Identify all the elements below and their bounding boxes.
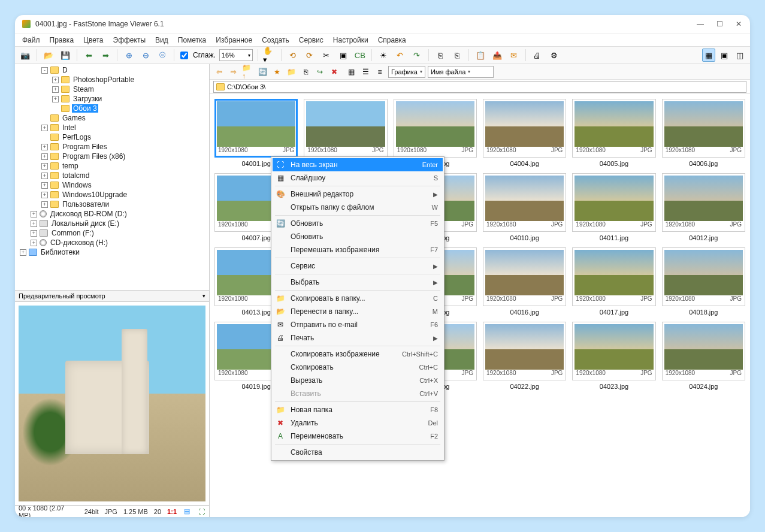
tree-item[interactable]: +Библиотеки	[15, 247, 209, 257]
zoom-combo[interactable]: 16%▾	[219, 49, 253, 61]
zoom-out-icon[interactable]: ⊖	[139, 49, 152, 62]
tree-item[interactable]: Games	[15, 113, 209, 123]
thumbnail[interactable]: 1920x1080JPG04022.jpg	[483, 322, 566, 390]
menu-item[interactable]: Перемешать изображенияF7	[273, 243, 443, 256]
menu-item[interactable]: ✖УдалитьDel	[273, 416, 443, 430]
menu-пометка[interactable]: Пометка	[174, 35, 210, 46]
filter-combo[interactable]: Графика▾	[388, 66, 425, 78]
menu-item[interactable]: 🔄ОбновитьF5	[273, 217, 443, 230]
tree-item[interactable]: +Дисковод BD-ROM (D:)	[15, 209, 209, 219]
menu-item[interactable]: Выбрать▶	[273, 276, 443, 289]
tree-item[interactable]: +CD-дисковод (H:)	[15, 238, 209, 247]
tree-item[interactable]: PerfLogs	[15, 132, 209, 142]
canvas-icon[interactable]: CB	[353, 49, 367, 62]
tree-item[interactable]: +Windows	[15, 180, 209, 190]
menu-цвета[interactable]: Цвета	[80, 35, 107, 46]
fullscreen-status-icon[interactable]: ⛶	[197, 507, 205, 516]
menu-правка[interactable]: Правка	[46, 35, 78, 46]
thumbnail[interactable]: 1920x1080JPG04017.jpg	[572, 247, 655, 316]
menu-item[interactable]: ВырезатьCtrl+X	[273, 374, 443, 387]
hand-icon[interactable]: ✋▾	[263, 49, 276, 62]
move-to-icon[interactable]: 📤	[491, 49, 504, 62]
back-icon[interactable]: ⬅	[82, 49, 95, 62]
settings-icon[interactable]: ⚙	[548, 49, 561, 62]
email-icon[interactable]: ✉	[507, 49, 521, 62]
view-list-icon[interactable]: ☰	[359, 66, 371, 78]
view-thumbnails-icon[interactable]: ▦	[702, 49, 715, 62]
crop-icon[interactable]: ✂	[320, 49, 333, 62]
up-folder-icon[interactable]: 📁↑	[242, 66, 254, 78]
thumbnail[interactable]: 1920x1080JPG04023.jpg	[572, 322, 655, 390]
nav-forward-icon[interactable]: ⇨	[228, 66, 240, 78]
menu-item[interactable]: 📁Скопировать в папку...C	[273, 292, 443, 305]
tree-item[interactable]: +Program Files	[15, 142, 209, 152]
thumbnail[interactable]: 1920x1080JPG04011.jpg	[572, 173, 655, 241]
zoom-actual-icon[interactable]: ⦾	[156, 49, 169, 62]
acquire-icon[interactable]: 📷	[19, 49, 32, 62]
favorites-icon[interactable]: ★	[271, 66, 283, 78]
tree-item[interactable]: +Common (F:)	[15, 228, 209, 238]
preview-image[interactable]	[19, 306, 205, 501]
thumbnail[interactable]: 1920x1080JPG04024.jpg	[662, 322, 745, 390]
refresh-folder-icon[interactable]: 🔄	[256, 66, 268, 78]
tree-item[interactable]: +Загрузки	[15, 94, 209, 104]
path-input[interactable]: C:\D\Обои 3\	[213, 81, 746, 93]
tree-item[interactable]: +temp	[15, 161, 209, 171]
batch-rename-icon[interactable]: ⎘	[450, 49, 464, 62]
menu-вид[interactable]: Вид	[152, 35, 172, 46]
copy-to-icon[interactable]: 📋	[474, 49, 487, 62]
copy-folder-icon[interactable]: ⎘	[300, 66, 312, 78]
menu-item[interactable]: Свойства	[273, 446, 443, 459]
print-icon[interactable]: 🖨	[531, 49, 544, 62]
tree-item[interactable]: +Program Files (x86)	[15, 152, 209, 161]
sort-combo[interactable]: Имя файла▾	[428, 66, 494, 78]
thumbnail[interactable]: 1920x1080JPG04012.jpg	[662, 173, 745, 241]
menu-item[interactable]: Открыть папку с файломW	[273, 201, 443, 214]
resize-icon[interactable]: ▣	[337, 49, 350, 62]
tree-item[interactable]: Обои 3	[15, 104, 209, 113]
close-button[interactable]: ✕	[734, 20, 743, 28]
tree-item[interactable]: +totalcmd	[15, 171, 209, 180]
menu-item[interactable]: AПереименоватьF2	[273, 430, 443, 443]
tree-item[interactable]: +Пользователи	[15, 200, 209, 209]
move-folder-icon[interactable]: ↪	[314, 66, 326, 78]
menu-эффекты[interactable]: Эффекты	[110, 35, 150, 46]
menu-item[interactable]: 🖨Печать▶	[273, 331, 443, 344]
view-compare-icon[interactable]: ◫	[733, 49, 746, 62]
smooth-checkbox[interactable]	[180, 52, 188, 59]
zoom-in-icon[interactable]: ⊕	[122, 49, 135, 62]
menu-создать[interactable]: Создать	[258, 35, 293, 46]
menu-item[interactable]: Обновить	[273, 230, 443, 243]
menu-item[interactable]: 📂Перенести в папку...M	[273, 305, 443, 318]
open-icon[interactable]: 📂	[42, 49, 55, 62]
menu-item[interactable]: ▦СлайдшоуS	[273, 171, 443, 185]
menu-item[interactable]: ⛶На весь экранEnter	[273, 158, 443, 171]
thumbnail[interactable]: 1920x1080JPG04016.jpg	[483, 247, 566, 316]
maximize-button[interactable]: ☐	[715, 20, 724, 28]
redo-icon[interactable]: ↷	[410, 49, 424, 62]
menu-item[interactable]: СкопироватьCtrl+C	[273, 361, 443, 374]
tree-item[interactable]: +PhotoshopPortable	[15, 75, 209, 84]
save-icon[interactable]: 💾	[59, 49, 72, 62]
menu-item[interactable]: 📁Новая папкаF8	[273, 403, 443, 416]
tree-item[interactable]: +Windows10Upgrade	[15, 190, 209, 200]
rotate-left-icon[interactable]: ⟲	[286, 49, 300, 62]
folder-tree[interactable]: -D+PhotoshopPortable+Steam+ЗагрузкиОбои …	[15, 64, 209, 290]
menu-item[interactable]: Скопировать изображениеCtrl+Shift+C	[273, 347, 443, 361]
menu-item[interactable]: 🎨Внешний редактор▶	[273, 188, 443, 201]
view-fullscreen-icon[interactable]: ▣	[718, 49, 731, 62]
thumbnail[interactable]: 1920x1080JPG04010.jpg	[483, 173, 566, 241]
tree-item[interactable]: -D	[15, 65, 209, 75]
thumbnail[interactable]: 1920x1080JPG04018.jpg	[662, 247, 745, 316]
menu-настройки[interactable]: Настройки	[329, 35, 372, 46]
histogram-icon[interactable]: ▤	[183, 507, 191, 516]
forward-icon[interactable]: ➡	[99, 49, 112, 62]
tree-item[interactable]: +Intel	[15, 123, 209, 132]
undo-icon[interactable]: ↶	[394, 49, 407, 62]
menu-избранное[interactable]: Избранное	[212, 35, 256, 46]
adjust-icon[interactable]: ☀	[377, 49, 390, 62]
menu-сервис[interactable]: Сервис	[295, 35, 327, 46]
thumbnail[interactable]: 1920x1080JPG04005.jpg	[572, 99, 655, 167]
menu-item[interactable]: ✉Отправить по e-mailF6	[273, 318, 443, 331]
menu-item[interactable]: Сервис▶	[273, 259, 443, 273]
